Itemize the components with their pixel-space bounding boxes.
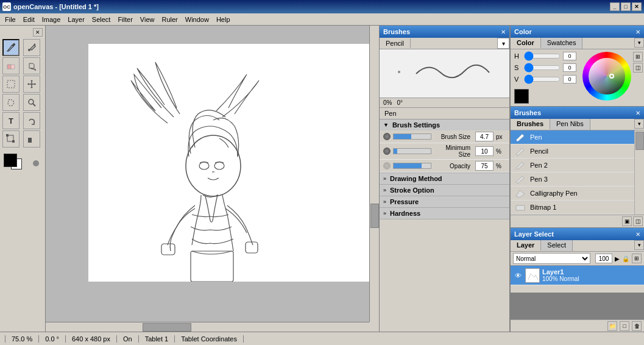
layer-new-folder-btn[interactable]: 📁 — [607, 321, 617, 331]
brush-size-value[interactable]: 4.7 — [475, 132, 494, 141]
opacity-value[interactable]: 75 — [475, 161, 494, 171]
layer-delete-btn[interactable]: 🗑 — [632, 321, 642, 331]
tab-select[interactable]: Select — [541, 240, 573, 251]
menu-select[interactable]: Select — [88, 15, 115, 24]
menu-view[interactable]: View — [136, 15, 158, 24]
brush-settings-section-header[interactable]: ▼ Brush Settings — [380, 119, 509, 130]
hardness-header[interactable]: » Hardness — [380, 208, 509, 219]
opacity-slider[interactable] — [393, 163, 431, 169]
menu-layer[interactable]: Layer — [64, 15, 88, 24]
sat-slider[interactable] — [524, 65, 561, 71]
vertical-scrollbar[interactable] — [369, 26, 379, 322]
hue-value[interactable]: 0 — [563, 52, 576, 60]
tool-select-rect[interactable] — [2, 76, 19, 93]
canvas-scroll-area[interactable] — [46, 26, 379, 332]
toolbar: ✕ — [0, 26, 46, 332]
color-selector[interactable] — [609, 74, 614, 79]
vertical-scrollbar-thumb[interactable] — [370, 204, 379, 228]
menu-window[interactable]: Window — [182, 15, 213, 24]
brush-item-bitmap[interactable]: Bitmap 1 — [511, 201, 634, 215]
color-side-btn-2[interactable]: ◫ — [633, 63, 643, 73]
tool-transform[interactable] — [2, 130, 19, 148]
close-button[interactable]: ✕ — [632, 2, 642, 11]
tool-pen[interactable] — [2, 39, 19, 56]
pencil-preview-dot — [398, 71, 400, 73]
swap-colors-button[interactable] — [33, 160, 39, 166]
hue-slider[interactable] — [524, 53, 561, 59]
brush-scroll-thumb[interactable] — [635, 132, 644, 150]
canvas-surface[interactable] — [88, 44, 379, 282]
brushes-panel-close[interactable]: ✕ — [635, 110, 640, 116]
tool-rotate[interactable] — [23, 112, 40, 129]
brush-item-calligraphy[interactable]: Calligraphy Pen — [511, 187, 634, 201]
min-size-circle[interactable] — [383, 148, 391, 155]
min-size-slider[interactable] — [393, 148, 431, 154]
min-size-value[interactable]: 10 — [475, 146, 494, 156]
current-color-swatch[interactable] — [514, 89, 529, 104]
tool-eyedropper[interactable] — [23, 39, 40, 56]
brush-settings-close[interactable]: ✕ — [501, 29, 506, 35]
hue-row: H 0 — [514, 52, 576, 60]
brush-item-pen[interactable]: Pen — [511, 130, 634, 144]
brush-size-slider[interactable] — [393, 133, 431, 140]
tool-shape[interactable] — [23, 130, 40, 148]
menu-ruler[interactable]: Ruler — [158, 15, 182, 24]
pressure-header[interactable]: » Pressure — [380, 196, 509, 207]
menu-image[interactable]: Image — [38, 15, 65, 24]
horizontal-scrollbar[interactable] — [46, 322, 369, 332]
stroke-option-header[interactable]: » Stroke Option — [380, 185, 509, 196]
color-panel-close[interactable]: ✕ — [635, 29, 640, 35]
layer-new-btn[interactable]: □ — [620, 321, 629, 331]
layer-panel-menu-btn[interactable]: ▾ — [634, 240, 644, 250]
val-slider[interactable] — [524, 76, 561, 82]
tab-color[interactable]: Color — [511, 38, 541, 49]
brush-folder-btn[interactable]: ◫ — [633, 216, 643, 226]
tool-eraser[interactable] — [2, 57, 19, 74]
minimize-button[interactable]: _ — [610, 2, 620, 11]
brush-size-circle[interactable] — [383, 133, 391, 140]
tab-swatches[interactable]: Swatches — [541, 38, 583, 49]
layer-opacity-value[interactable]: 100 — [595, 254, 612, 263]
layer-lock-btn[interactable]: ⊞ — [632, 254, 642, 263]
val-value[interactable]: 0 — [563, 75, 576, 84]
brush-item-pencil[interactable]: Pencil — [511, 144, 634, 158]
title-bar-buttons[interactable]: _ □ ✕ — [610, 2, 642, 11]
maximize-button[interactable]: □ — [621, 2, 631, 11]
tool-lasso[interactable] — [2, 94, 19, 111]
pencil-dropdown[interactable]: ▾ — [497, 38, 509, 49]
menu-filter[interactable]: Filter — [114, 15, 136, 24]
color-panel-menu-btn[interactable]: ▾ — [634, 38, 644, 48]
brush-item-pen3[interactable]: Pen 3 — [511, 172, 634, 187]
layer-eye-icon[interactable]: 👁 — [513, 271, 523, 280]
brushes-panel-menu-btn[interactable]: ▾ — [634, 119, 644, 129]
drawing-method-header[interactable]: » Drawing Method — [380, 173, 509, 184]
menu-file[interactable]: File — [1, 15, 19, 24]
color-wheel-area: ⊞ ◫ — [580, 49, 644, 106]
val-label: V — [514, 76, 522, 83]
brush-scrollbar[interactable] — [634, 130, 644, 215]
layer-item[interactable]: 👁 Layer1 100% Normal — [511, 266, 644, 285]
tool-bucket[interactable] — [23, 57, 40, 74]
menu-edit[interactable]: Edit — [19, 15, 38, 24]
toolbar-close-button[interactable]: ✕ — [33, 28, 43, 37]
tool-zoom[interactable] — [23, 94, 40, 111]
foreground-color-swatch[interactable] — [4, 154, 17, 167]
brush-add-btn[interactable]: ▣ — [622, 216, 632, 226]
tab-pen-nibs[interactable]: Pen Nibs — [550, 119, 590, 130]
sat-row: S 0 — [514, 63, 576, 72]
color-side-btn-1[interactable]: ⊞ — [633, 52, 643, 62]
layer-blend-mode[interactable]: Normal — [513, 253, 590, 264]
color-wheel[interactable] — [582, 52, 631, 101]
tab-layer[interactable]: Layer — [511, 240, 541, 251]
brush-item-pen2[interactable]: Pen 2 — [511, 158, 634, 172]
pencil-tab[interactable]: Pencil — [380, 38, 411, 48]
horizontal-scrollbar-thumb[interactable] — [143, 323, 191, 332]
tab-brushes[interactable]: Brushes — [511, 119, 550, 130]
tool-text[interactable]: T — [2, 112, 19, 129]
opacity-circle[interactable] — [383, 162, 391, 169]
sat-value[interactable]: 0 — [563, 63, 576, 72]
tool-move[interactable] — [23, 76, 40, 93]
menu-help[interactable]: Help — [213, 15, 234, 24]
layer-panel-close[interactable]: ✕ — [635, 231, 640, 238]
brush-pen3-label: Pen 3 — [530, 176, 548, 183]
